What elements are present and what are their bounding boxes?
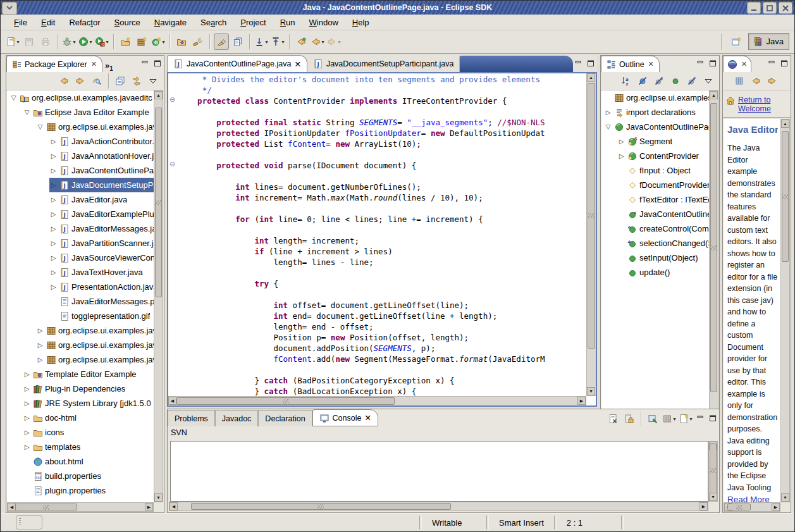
outline-item[interactable]: selectionChanged(Se	[601, 236, 709, 251]
open-type-button[interactable]	[174, 34, 189, 50]
menu-file[interactable]: File	[7, 16, 34, 29]
vertical-scrollbar[interactable]: ▲▼	[586, 73, 596, 396]
display-selected-console-button[interactable]: ▾	[662, 411, 677, 427]
fold-collapse-icon[interactable]: ⊖	[169, 160, 175, 168]
save-button[interactable]	[22, 34, 37, 50]
open-perspective-button[interactable]	[729, 34, 744, 50]
minimize-view-icon[interactable]	[140, 58, 149, 68]
welcome-navigation-button[interactable]	[732, 73, 747, 89]
go-into-button[interactable]	[89, 73, 104, 89]
package-explorer-item[interactable]: ▷JJavaPartitionScanner.ja	[7, 236, 154, 251]
search-button[interactable]	[190, 34, 206, 50]
outline-item[interactable]: fInput : Object	[601, 163, 709, 178]
run-button[interactable]: ▾	[78, 34, 93, 50]
perspective-java-button[interactable]: J Java	[748, 33, 789, 50]
package-explorer-item[interactable]: ▷icons	[7, 425, 154, 440]
new-class-button[interactable]: G▾	[151, 34, 166, 50]
open-console-button[interactable]: ▾	[678, 411, 693, 427]
hide-local-types-button[interactable]: L	[684, 73, 699, 89]
package-explorer-item[interactable]: ▷doc-html	[7, 411, 154, 425]
package-explorer-item[interactable]: ▷org.eclipse.ui.examples.jav	[7, 323, 154, 338]
minimize-window-icon[interactable]	[747, 2, 761, 14]
horizontal-scrollbar[interactable]: ◀▶	[169, 502, 708, 511]
outline-item[interactable]: org.eclipse.ui.examples.	[601, 90, 709, 105]
expand-arrow-icon[interactable]: ▷	[49, 138, 58, 145]
package-explorer-item[interactable]: ▷JJavaEditorExamplePlug	[7, 207, 154, 221]
expand-arrow-icon[interactable]: ▷	[49, 269, 58, 276]
outline-item[interactable]: cJavaContentOutlineF	[601, 207, 709, 221]
package-explorer-item[interactable]: about.html	[7, 454, 154, 469]
scrollbar-thumb[interactable]	[782, 131, 789, 262]
expand-arrow-icon[interactable]: ▷	[23, 371, 31, 378]
new-package-button[interactable]	[134, 34, 149, 50]
scroll-down-icon[interactable]: ▼	[154, 493, 163, 502]
scroll-right-icon[interactable]: ▶	[772, 503, 780, 511]
outline-item[interactable]: ▷ContentProvider	[601, 149, 709, 163]
package-explorer-item[interactable]: ▷JJavaTextHover.java	[7, 265, 154, 280]
outline-item[interactable]: setInput(Object)	[601, 251, 709, 265]
menu-navigate[interactable]: Navigate	[147, 16, 194, 29]
package-explorer-item[interactable]: ▽org.eclipse.ui.examples.jav	[7, 120, 154, 134]
forward-button[interactable]	[73, 73, 88, 89]
hide-static-members-button[interactable]: S	[651, 73, 667, 89]
minimize-view-icon[interactable]	[695, 58, 705, 68]
outline-item[interactable]: fDocumentProvider :	[601, 178, 709, 192]
scrollbar-thumb[interactable]	[710, 103, 717, 392]
package-explorer-item[interactable]: ▷JJavaActionContributor.j	[7, 134, 154, 149]
forward-button[interactable]	[765, 73, 780, 89]
expand-arrow-icon[interactable]: ▷	[23, 414, 31, 421]
expand-arrow-icon[interactable]: ▷	[49, 211, 58, 218]
dropdown-arrow-icon[interactable]: ▾	[73, 39, 75, 45]
outline-item[interactable]: ▽JavaContentOutlinePag	[601, 120, 709, 134]
scrollbar-thumb[interactable]	[727, 504, 751, 510]
window-menu-button[interactable]	[2, 2, 17, 15]
dropdown-arrow-icon[interactable]: ▾	[106, 39, 108, 45]
expand-arrow-icon[interactable]: ▷	[49, 283, 58, 290]
scroll-right-icon[interactable]: ▶	[577, 397, 586, 405]
console-panel-tab[interactable]: Problems	[168, 410, 215, 426]
menu-source[interactable]: Source	[108, 16, 147, 29]
expand-arrow-icon[interactable]: ▷	[49, 182, 58, 189]
close-window-icon[interactable]	[779, 2, 792, 14]
close-tab-icon[interactable]: ✕	[294, 59, 300, 69]
dropdown-arrow-icon[interactable]: ▾	[89, 39, 92, 45]
package-explorer-item[interactable]: ▽Jorg.eclipse.ui.examples.javaeditc	[7, 90, 154, 105]
dropdown-arrow-icon[interactable]: ▾	[281, 39, 284, 45]
dropdown-arrow-icon[interactable]: ▾	[265, 39, 268, 45]
package-explorer-item[interactable]: ▽Eclipse Java Editor Example	[7, 105, 154, 120]
return-to-welcome-link[interactable]: Return to Welcome	[738, 96, 788, 113]
menu-refactor[interactable]: Refactor	[62, 16, 107, 29]
package-explorer-item[interactable]: plugin.properties	[7, 483, 154, 498]
minimize-editor-icon[interactable]	[573, 58, 582, 68]
dropdown-arrow-icon[interactable]: ▾	[338, 39, 340, 45]
package-explorer-item[interactable]: ▷org.eclipse.ui.examples.jav	[7, 352, 154, 367]
scroll-right-icon[interactable]: ▶	[699, 502, 708, 510]
expand-arrow-icon[interactable]: ▷	[23, 429, 31, 436]
scroll-left-icon[interactable]: ◀	[168, 397, 176, 405]
read-more-link[interactable]: Read More	[727, 495, 770, 502]
code-editor[interactable]: ⊖⊖ * Divides the editor's document into …	[167, 72, 597, 407]
close-tab-icon[interactable]: ✕	[91, 60, 97, 68]
dropdown-arrow-icon[interactable]: ▾	[16, 39, 19, 45]
expand-arrow-icon[interactable]: ▷	[23, 385, 31, 392]
close-tab-icon[interactable]: ✕	[364, 413, 371, 423]
menu-run[interactable]: Run	[273, 16, 302, 29]
fast-view-bar[interactable]	[16, 515, 42, 529]
package-explorer-item[interactable]: ▷JJavaEditor.java	[7, 192, 154, 207]
new-wizard-button[interactable]: ▾	[5, 34, 20, 50]
scrollbar-thumb[interactable]	[588, 83, 595, 348]
scroll-down-icon[interactable]: ▼	[709, 493, 717, 501]
console-output[interactable]	[170, 441, 708, 502]
minimize-view-icon[interactable]	[695, 413, 705, 423]
expand-arrow-icon[interactable]: ▷	[49, 152, 58, 159]
next-annotation-button[interactable]: ▾	[254, 34, 269, 50]
maximize-window-icon[interactable]	[763, 2, 777, 14]
scrollbar-thumb[interactable]	[155, 108, 162, 298]
expand-arrow-icon[interactable]: ▷	[36, 327, 44, 334]
tab-welcome[interactable]: ✕	[723, 56, 751, 72]
back-button[interactable]	[56, 73, 71, 89]
editor-tab[interactable]: JJavaContentOutlinePage.java✕	[167, 55, 307, 72]
vertical-scrollbar[interactable]: ▲▼	[708, 441, 718, 502]
horizontal-scrollbar[interactable]: ◀▶	[7, 502, 154, 512]
console-panel-tab[interactable]: Console✕	[312, 409, 378, 426]
